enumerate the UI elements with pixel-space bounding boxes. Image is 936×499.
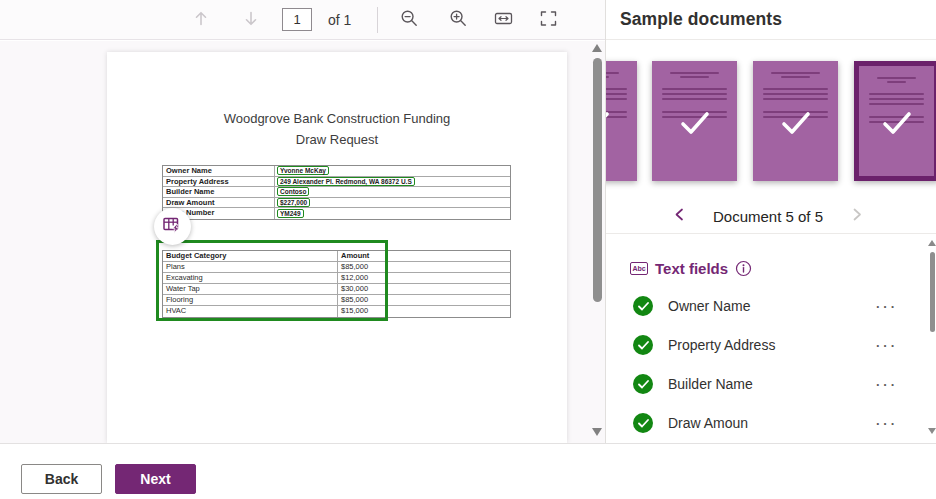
- check-icon: [882, 111, 912, 139]
- table-lightning-icon: [162, 215, 183, 239]
- document-thumbnail-selected[interactable]: [854, 61, 936, 181]
- panel-divider: [606, 233, 936, 234]
- field-list-item[interactable]: Property Address ···: [606, 335, 936, 355]
- field-list-item[interactable]: Owner Name ···: [606, 296, 936, 316]
- document-title: Woodgrove Bank Construction Funding Draw…: [107, 108, 567, 150]
- toolbar-divider: [377, 7, 378, 33]
- field-label-cell: Property Address: [163, 177, 275, 187]
- detected-value-chip[interactable]: Yvonne McKay: [277, 166, 329, 175]
- document-nav-label: Document 5 of 5: [713, 208, 823, 225]
- check-circle-icon: [633, 335, 653, 355]
- info-icon[interactable]: [735, 260, 752, 277]
- field-label: Builder Name: [668, 376, 876, 392]
- field-list-item[interactable]: Builder Name ···: [606, 374, 936, 394]
- zoom-out-button[interactable]: [396, 7, 423, 33]
- toolbar-controls: of 1: [188, 7, 562, 33]
- field-label: Owner Name: [668, 298, 876, 314]
- check-icon: [606, 111, 610, 139]
- field-label: Draw Amoun: [668, 415, 876, 431]
- more-options-icon[interactable]: ···: [876, 300, 898, 313]
- check-icon: [680, 111, 710, 139]
- chevron-right-icon: [851, 207, 863, 225]
- scroll-down-icon[interactable]: [928, 428, 936, 434]
- next-page-button[interactable]: [238, 7, 264, 33]
- extract-info-wizard: of 1: [0, 0, 936, 499]
- abc-text-icon: Abc: [630, 262, 648, 275]
- check-circle-icon: [633, 296, 653, 316]
- document-title-line2: Draw Request: [107, 129, 567, 150]
- document-thumbnail[interactable]: [753, 61, 838, 181]
- viewer-canvas: Woodgrove Bank Construction Funding Draw…: [0, 41, 605, 443]
- field-label-cell: Owner Name: [163, 166, 275, 176]
- table-row: Loan Number YM249: [163, 208, 510, 219]
- document-page: Woodgrove Bank Construction Funding Draw…: [107, 52, 567, 443]
- arrow-up-icon: [192, 9, 210, 31]
- table-row: Owner Name Yvonne McKay: [163, 166, 510, 177]
- scroll-down-icon[interactable]: [592, 428, 602, 436]
- field-list: Owner Name ··· Property Address ··· Buil…: [606, 296, 936, 452]
- thumbnail-preview: [606, 70, 637, 121]
- chevron-left-icon: [673, 207, 685, 225]
- field-label: Property Address: [668, 337, 876, 353]
- table-row: Property Address 249 Alexander Pl. Redmo…: [163, 177, 510, 188]
- fields-table: Owner Name Yvonne McKay Property Address…: [162, 165, 511, 220]
- more-options-icon[interactable]: ···: [876, 417, 898, 430]
- zoom-in-icon: [449, 9, 468, 31]
- zoom-out-icon: [400, 9, 419, 31]
- extract-table-button[interactable]: [154, 208, 191, 245]
- zoom-in-button[interactable]: [445, 7, 472, 33]
- fullscreen-icon: [539, 9, 558, 31]
- viewer-toolbar: of 1: [0, 0, 605, 40]
- scroll-up-icon[interactable]: [928, 240, 936, 246]
- table-row: Builder Name Contoso: [163, 187, 510, 198]
- page-count-label: of 1: [328, 12, 351, 28]
- check-icon: [781, 111, 811, 139]
- back-button[interactable]: Back: [21, 464, 102, 494]
- wizard-footer: Back Next: [0, 443, 936, 499]
- table-row: Draw Amount $227,000: [163, 198, 510, 209]
- viewer-scrollbar[interactable]: [591, 44, 603, 440]
- detected-value-chip[interactable]: $227,000: [277, 198, 310, 207]
- check-circle-icon: [633, 374, 653, 394]
- field-label-cell: Builder Name: [163, 187, 275, 197]
- thumbnail-strip: [606, 41, 936, 199]
- panel-title: Sample documents: [620, 9, 782, 30]
- fit-width-icon: [494, 9, 513, 31]
- next-document-button[interactable]: [849, 205, 865, 227]
- document-title-line1: Woodgrove Bank Construction Funding: [107, 108, 567, 129]
- panel-scrollbar[interactable]: [927, 240, 936, 443]
- scrollbar-thumb[interactable]: [930, 252, 935, 332]
- page-number-input[interactable]: [282, 8, 312, 31]
- fullscreen-button[interactable]: [535, 7, 562, 33]
- scrollbar-thumb[interactable]: [593, 58, 602, 302]
- detected-value-chip[interactable]: YM249: [277, 209, 304, 218]
- next-button[interactable]: Next: [115, 464, 196, 494]
- document-navigator: Document 5 of 5: [606, 201, 930, 231]
- text-fields-header: Abc Text fields: [630, 260, 752, 277]
- text-fields-title: Text fields: [655, 260, 728, 277]
- check-circle-icon: [633, 413, 653, 433]
- panel-header: Sample documents: [606, 0, 936, 40]
- detected-value-chip[interactable]: Contoso: [277, 187, 309, 196]
- arrow-down-icon: [242, 9, 260, 31]
- fit-width-button[interactable]: [490, 7, 517, 33]
- document-thumbnail[interactable]: [606, 61, 637, 181]
- previous-document-button[interactable]: [671, 205, 687, 227]
- field-list-item[interactable]: Draw Amoun ···: [606, 413, 936, 433]
- sample-documents-panel: Sample documents: [605, 0, 936, 443]
- document-thumbnail[interactable]: [652, 61, 737, 181]
- more-options-icon[interactable]: ···: [876, 339, 898, 352]
- previous-page-button[interactable]: [188, 7, 214, 33]
- scroll-up-icon[interactable]: [592, 44, 602, 52]
- detected-value-chip[interactable]: 249 Alexander Pl. Redmond, WA 86372 U.S: [277, 177, 415, 186]
- table-selection-overlay: [156, 240, 388, 321]
- more-options-icon[interactable]: ···: [876, 378, 898, 391]
- field-label-cell: Draw Amount: [163, 198, 275, 208]
